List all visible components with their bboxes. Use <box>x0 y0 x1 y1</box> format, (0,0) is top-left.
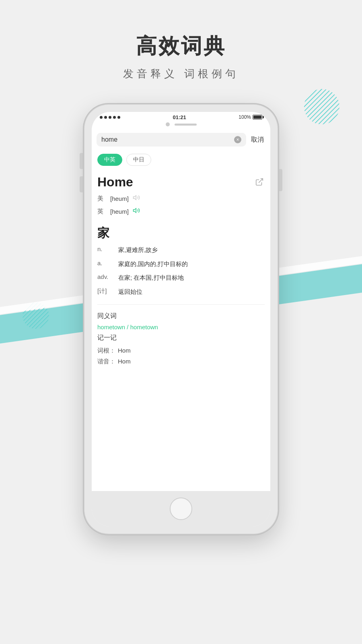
def-comp-text: 返回始位 <box>118 287 265 297</box>
svg-marker-7 <box>133 196 136 200</box>
phone-screen: home × 取消 中英 中日 Home <box>92 129 270 491</box>
uk-label: 英 <box>97 208 106 215</box>
home-button[interactable] <box>170 497 192 520</box>
signal-dot-5 <box>117 116 120 119</box>
home-button-area <box>92 491 270 526</box>
definitions-list: n. 家,避难所,故乡 a. 家庭的,国内的,打中目标的 adv. 在家; 在本… <box>97 243 265 299</box>
phone-notch <box>92 122 270 129</box>
chinese-character: 家 <box>97 223 265 243</box>
synonym-links[interactable]: hometown / hometown <box>97 324 265 330</box>
word-title: Home <box>97 175 133 190</box>
cancel-search-button[interactable]: 取消 <box>249 136 265 144</box>
pos-adj: a. <box>97 260 114 266</box>
battery-fill <box>253 116 261 119</box>
signal-indicator <box>100 116 120 119</box>
us-label: 美 <box>97 195 106 202</box>
language-tabs: 中英 中日 <box>92 151 270 171</box>
status-bar: 01:21 100% <box>92 112 270 122</box>
pos-noun: n. <box>97 246 114 252</box>
us-speaker-icon[interactable] <box>133 194 140 203</box>
tab-chinese-english[interactable]: 中英 <box>97 154 122 166</box>
def-adj-text: 家庭的,国内的,打中目标的 <box>118 260 265 269</box>
battery-indicator: 100% <box>239 114 262 120</box>
front-camera <box>166 122 170 126</box>
def-adv-text: 在家; 在本国,打中目标地 <box>118 273 265 283</box>
definition-noun: n. 家,避难所,故乡 <box>97 243 265 257</box>
search-bar: home × 取消 <box>92 129 270 151</box>
decorative-circle-top-right <box>304 89 340 125</box>
svg-point-2 <box>304 89 339 124</box>
battery-text: 100% <box>239 114 251 120</box>
page-subtitle: 发音释义 词根例句 <box>0 67 362 81</box>
signal-dot-4 <box>113 116 116 119</box>
clear-search-button[interactable]: × <box>234 136 241 143</box>
signal-dot-2 <box>104 116 107 119</box>
svg-line-6 <box>259 178 263 182</box>
root-label: 词根： <box>97 347 115 355</box>
phone-side-button-right <box>279 169 282 191</box>
decorative-circle-bottom-left <box>22 302 49 329</box>
synonyms-section: 同义词 hometown / hometown <box>97 310 265 332</box>
search-input[interactable]: home <box>101 136 231 143</box>
pos-adv: adv. <box>97 273 114 280</box>
status-time: 01:21 <box>173 114 186 120</box>
definition-adv: adv. 在家; 在本国,打中目标地 <box>97 271 265 285</box>
svg-point-5 <box>23 302 49 329</box>
page-title: 高效词典 <box>0 32 362 60</box>
earpiece-speaker <box>175 124 197 126</box>
definition-comp: [计] 返回始位 <box>97 285 265 299</box>
def-noun-text: 家,避难所,故乡 <box>118 246 265 255</box>
tab-chinese-japanese[interactable]: 中日 <box>126 154 151 166</box>
us-phonetic: [heum] <box>110 195 129 202</box>
synonyms-title: 同义词 <box>97 312 265 320</box>
chinese-section: 家 <box>97 223 265 243</box>
pronunciation-us: 美 [heum] <box>97 192 265 205</box>
svg-marker-8 <box>133 208 136 213</box>
memory-section: 记一记 词根： Hom 谐音： Hom <box>97 332 265 373</box>
pos-comp: [计] <box>97 287 114 295</box>
battery-icon <box>253 115 262 120</box>
section-divider-1 <box>97 304 265 305</box>
power-button <box>279 169 282 191</box>
phone-side-buttons-left <box>80 153 83 192</box>
phone-mockup: 01:21 100% home × <box>84 105 278 534</box>
search-input-container[interactable]: home × <box>97 133 246 147</box>
word-header: Home <box>97 171 265 192</box>
memory-rhyme: 谐音： Hom <box>97 356 265 367</box>
definition-adj: a. 家庭的,国内的,打中目标的 <box>97 257 265 271</box>
memory-title: 记一记 <box>97 334 265 342</box>
volume-down-button <box>80 176 83 192</box>
page-header: 高效词典 发音释义 词根例句 <box>0 32 362 81</box>
signal-dot-3 <box>109 116 111 119</box>
share-icon[interactable] <box>255 178 265 187</box>
uk-phonetic: [heum] <box>110 208 129 215</box>
rhyme-label: 谐音： <box>97 358 115 365</box>
memory-root: 词根： Hom <box>97 345 265 356</box>
rhyme-value: Hom <box>118 358 131 365</box>
uk-speaker-icon[interactable] <box>133 207 140 216</box>
signal-dot-1 <box>100 116 103 119</box>
pronunciation-uk: 英 [heum] <box>97 205 265 218</box>
phone-screen-area: 01:21 100% home × <box>92 112 270 526</box>
root-value: Hom <box>118 347 131 355</box>
phone-frame: 01:21 100% home × <box>84 105 278 534</box>
volume-up-button <box>80 153 83 169</box>
dictionary-content: Home 美 [heum] <box>92 171 270 373</box>
